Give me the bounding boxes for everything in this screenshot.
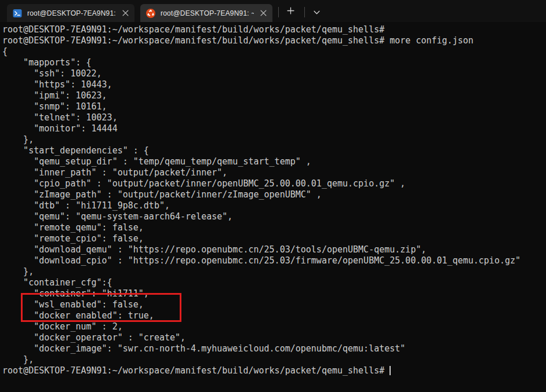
terminal-output[interactable]: root@DESKTOP-7EA9N91:~/workspace/manifes… — [0, 22, 546, 392]
terminal-line: "qemu": "qemu-system-aarch64-release", — [2, 211, 546, 222]
terminal-line: "container_cfg":{ — [2, 277, 546, 288]
terminal-line: "remote_cpio": false, — [2, 233, 546, 244]
close-tab-icon[interactable] — [119, 8, 131, 19]
close-tab-icon[interactable] — [257, 8, 269, 19]
terminal-line: "cpio_path" : "output/packet/inner/openU… — [2, 178, 546, 189]
terminal-cursor — [390, 366, 391, 375]
terminal-line: "telnet": 10023, — [2, 112, 546, 123]
ubuntu-icon — [146, 9, 155, 18]
tab-dropdown-button[interactable] — [308, 4, 325, 19]
terminal-line: { — [2, 46, 546, 57]
terminal-line: "dtb" : "hi1711_9p8c.dtb", — [2, 200, 546, 211]
terminal-line: "snmp": 10161, — [2, 101, 546, 112]
tab-bar: root@DESKTOP-7EA9N91: ~/w root@DESKTOP-7… — [0, 0, 546, 22]
terminal-line: root@DESKTOP-7EA9N91:~/workspace/manifes… — [2, 35, 546, 46]
terminal-line: "ipmi": 10623, — [2, 90, 546, 101]
terminal-line: "wsl_enabled": false, — [2, 299, 546, 310]
tab-ubuntu-session[interactable]: root@DESKTOP-7EA9N91: ~ — [140, 4, 272, 22]
terminal-line: "ssh": 10022, — [2, 68, 546, 79]
terminal-window: root@DESKTOP-7EA9N91: ~/w root@DESKTOP-7… — [0, 0, 546, 392]
tabbar-separator — [278, 7, 279, 17]
tabbar-separator — [304, 7, 305, 17]
terminal-line: "download_qemu" : "https://repo.openubmc… — [2, 244, 546, 255]
terminal-line: }, — [2, 134, 546, 145]
terminal-line: "docker_num" : 2, — [2, 321, 546, 332]
terminal-line: "start_dependencies" : { — [2, 145, 546, 156]
terminal-line: "docker_operator" : "create", — [2, 332, 546, 343]
terminal-line: "download_cpio" : "https://repo.openubmc… — [2, 255, 546, 266]
tab-title: root@DESKTOP-7EA9N91: ~ — [161, 9, 254, 17]
terminal-line: "docker_image": "swr.cn-north-4.myhuawei… — [2, 343, 546, 354]
new-tab-button[interactable] — [282, 4, 299, 19]
terminal-line: "mapports": { — [2, 57, 546, 68]
terminal-scrollback: root@DESKTOP-7EA9N91:~/workspace/manifes… — [2, 24, 546, 365]
terminal-line: }, — [2, 266, 546, 277]
terminal-line: }, — [2, 354, 546, 365]
terminal-line: "https": 10443, — [2, 79, 546, 90]
terminal-line: "inner_path" : "output/packet/inner", — [2, 167, 546, 178]
terminal-line: "monitor": 14444 — [2, 123, 546, 134]
powershell-icon — [13, 9, 22, 18]
terminal-line: "qemu_setup_dir" : "temp/qemu_temp/qemu_… — [2, 156, 546, 167]
tab-title: root@DESKTOP-7EA9N91: ~/w — [27, 9, 116, 17]
terminal-line: "remote_qemu": false, — [2, 222, 546, 233]
terminal-prompt: root@DESKTOP-7EA9N91:~/workspace/manifes… — [2, 365, 390, 376]
terminal-line: "zImage_path" : "output/packet/inner/zIm… — [2, 189, 546, 200]
tab-powershell-session[interactable]: root@DESKTOP-7EA9N91: ~/w — [7, 4, 134, 22]
terminal-line: root@DESKTOP-7EA9N91:~/workspace/manifes… — [2, 24, 546, 35]
terminal-prompt-line: root@DESKTOP-7EA9N91:~/workspace/manifes… — [2, 365, 546, 376]
terminal-line: "docker_enabled": true, — [2, 310, 546, 321]
chevron-down-icon — [314, 6, 320, 17]
terminal-line: "container": "hi1711", — [2, 288, 546, 299]
plus-icon — [287, 6, 294, 17]
